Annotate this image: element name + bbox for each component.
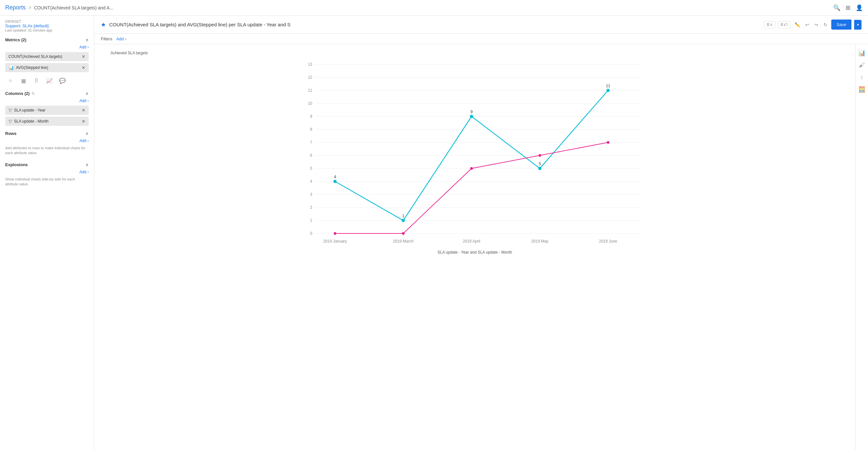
undo-icon[interactable]: ↩ (804, 21, 810, 29)
column-month-label: SLA update - Month (14, 119, 49, 124)
chart-section: Achieved SLA targets (94, 44, 868, 450)
columns-toggle[interactable]: ∧ (86, 91, 89, 96)
svg-point-34 (402, 219, 405, 222)
columns-sort-icon[interactable]: ⇅ (32, 91, 35, 96)
svg-text:1: 1 (402, 214, 404, 218)
icon-line[interactable]: 📈 (44, 76, 55, 86)
svg-point-36 (538, 167, 541, 170)
columns-header: Columns (2) ⇅ ∧ (5, 91, 89, 96)
badge1-count: 0 (767, 23, 769, 27)
redo-icon[interactable]: ↪ (813, 21, 819, 29)
count-badge-1[interactable]: 0 ≡ (764, 21, 775, 28)
filters-label: Filters (101, 36, 112, 41)
top-nav: Reports > COUNT(Achieved SLA targets) an… (0, 0, 868, 16)
icon-bubble[interactable]: ○ (5, 76, 16, 86)
svg-text:7: 7 (310, 140, 312, 145)
dataset-section: Dataset Support: SLAs [default] Last upd… (5, 20, 89, 32)
add-filter[interactable]: Add › (116, 36, 126, 41)
report-header: ★ COUNT(Achieved SLA targets) and AVG(St… (94, 16, 868, 34)
svg-text:9: 9 (310, 114, 312, 119)
rows-header: Rows ∧ (5, 131, 89, 136)
breadcrumb-title: COUNT(Achieved SLA targets) and A... (34, 5, 113, 10)
count-badge-2[interactable]: 0 🏷 (778, 21, 791, 28)
header-actions: 0 ≡ 0 🏷 ✏️ ↩ ↪ ↻ Save ▾ (764, 20, 862, 30)
dataset-updated: Last updated: 31 minutes ago (5, 28, 89, 32)
sort-icon[interactable]: ↕ (861, 74, 863, 81)
star-icon[interactable]: ★ (101, 21, 106, 28)
svg-point-33 (334, 180, 337, 183)
icon-text[interactable]: 💬 (57, 76, 68, 86)
rows-add[interactable]: Add › (5, 139, 89, 143)
svg-text:2019 March: 2019 March (393, 239, 413, 243)
svg-text:0: 0 (310, 231, 312, 236)
save-dropdown-button[interactable]: ▾ (854, 20, 862, 30)
y-axis-label: Achieved SLA targets (111, 51, 849, 55)
grid-icon[interactable]: ⊞ (845, 4, 850, 11)
rows-title: Rows (5, 131, 17, 136)
svg-point-44 (402, 232, 405, 235)
svg-text:2019 April: 2019 April (463, 239, 480, 243)
columns-title: Columns (2) (5, 91, 30, 96)
right-toolbar: 📊 🖌 ↕ 🧮 (855, 44, 868, 450)
svg-text:11: 11 (606, 84, 611, 88)
explosions-add[interactable]: Add › (5, 170, 89, 174)
svg-text:13: 13 (308, 62, 312, 67)
icon-scatter[interactable]: ⠿ (31, 76, 41, 86)
svg-text:1: 1 (310, 218, 312, 223)
content-area: ★ COUNT(Achieved SLA targets) and AVG(St… (94, 16, 868, 450)
svg-text:6: 6 (310, 153, 312, 158)
bar-chart-icon[interactable]: 📊 (858, 50, 865, 57)
svg-text:2: 2 (310, 205, 312, 210)
explosions-title: Explosions (5, 162, 28, 167)
svg-text:5: 5 (310, 166, 312, 171)
report-title: COUNT(Achieved SLA targets) and AVG(Step… (109, 22, 764, 27)
column-chip-month: ▽ SLA update - Month ✕ (5, 117, 89, 126)
badge2-tag-icon: 🏷 (784, 23, 788, 27)
search-icon[interactable]: 🔍 (833, 4, 840, 11)
explosions-header: Explosions ∧ (5, 162, 89, 167)
column-year-label: SLA update - Year (14, 108, 45, 113)
metrics-toggle[interactable]: ∧ (86, 37, 89, 42)
badge2-count: 0 (781, 23, 783, 27)
column-year-remove[interactable]: ✕ (82, 108, 86, 113)
chart-svg: 13 12 11 10 9 8 7 6 5 4 3 2 1 0 2019 (101, 58, 849, 246)
dataset-name[interactable]: Support: SLAs [default] (5, 23, 89, 28)
rows-toggle[interactable]: ∧ (86, 131, 89, 136)
svg-text:2019 May: 2019 May (531, 239, 549, 243)
filters-bar: Filters Add › (94, 34, 868, 44)
metric-avg-remove[interactable]: ✕ (82, 65, 86, 70)
explosions-toggle[interactable]: ∧ (86, 162, 89, 167)
icon-bar[interactable]: ▦ (18, 76, 29, 86)
save-button[interactable]: Save (831, 20, 851, 30)
reports-link[interactable]: Reports (5, 4, 26, 11)
metric-avg-label: AVG(Stepped line) (16, 65, 48, 70)
metrics-header: Metrics (2) ∧ (5, 37, 89, 42)
svg-point-43 (334, 232, 337, 235)
svg-point-35 (470, 115, 473, 118)
svg-point-47 (607, 141, 610, 144)
column-chip-year: ▽ SLA update - Year ✕ (5, 106, 89, 115)
refresh-icon[interactable]: ↻ (822, 21, 829, 29)
brush-icon[interactable]: 🖌 (859, 62, 865, 69)
user-icon[interactable]: 👤 (856, 4, 863, 11)
svg-text:2019 June: 2019 June (599, 239, 617, 243)
filter-month-icon: ▽ (8, 119, 12, 124)
filter-year-icon: ▽ (8, 108, 12, 113)
svg-text:9: 9 (470, 110, 473, 114)
sidebar: Dataset Support: SLAs [default] Last upd… (0, 16, 94, 450)
calculator-icon[interactable]: 🧮 (858, 86, 865, 93)
metric-count-remove[interactable]: ✕ (82, 54, 86, 59)
column-month-remove[interactable]: ✕ (82, 119, 86, 124)
svg-text:3: 3 (310, 192, 312, 197)
chart-type-icons: ○ ▦ ⠿ 📈 💬 (5, 76, 89, 86)
metrics-add[interactable]: Add › (5, 45, 89, 50)
metrics-title: Metrics (2) (5, 37, 26, 42)
svg-text:12: 12 (308, 75, 312, 80)
rows-desc: Add attributes to rows to make individua… (5, 146, 89, 156)
edit-icon[interactable]: ✏️ (793, 21, 801, 29)
metric-count-label: COUNT(Achieved SLA targets) (8, 54, 62, 59)
svg-point-37 (607, 89, 610, 92)
avg-icon: 📊 (8, 65, 14, 70)
svg-text:2019 January: 2019 January (323, 239, 347, 243)
columns-add[interactable]: Add › (5, 98, 89, 103)
